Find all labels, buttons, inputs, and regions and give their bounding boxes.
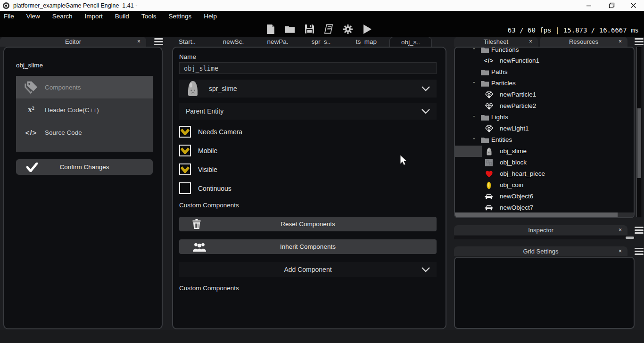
folder-icon: [481, 47, 489, 53]
custom-components-label-2: Custom Components: [179, 285, 239, 292]
resources-vertical-scrollbar[interactable]: [636, 47, 642, 217]
mobile-checkbox[interactable]: [179, 145, 191, 156]
visible-row: Visible: [179, 163, 217, 175]
collapse-dash-icon[interactable]: -: [473, 135, 475, 142]
object-editor-panel: Name obj_slime spr_slime Parent Entity: [172, 47, 446, 329]
checkmark-icon: [181, 166, 190, 173]
tree-folder-paths[interactable]: Paths: [455, 66, 634, 78]
settings-button[interactable]: [343, 24, 353, 34]
name-input[interactable]: obj_slime: [179, 62, 437, 74]
inspector-scrollbar-thumb[interactable]: [626, 237, 634, 239]
tree-folder-entities[interactable]: - Entities: [455, 134, 634, 146]
new-file-icon: [266, 24, 275, 34]
inherit-components-button[interactable]: Inherit Components: [179, 239, 437, 254]
inspector-scrollbar[interactable]: [454, 236, 635, 239]
confirm-changes-button[interactable]: Confirm Changes: [16, 159, 153, 175]
tree-folder-functions[interactable]: - Functions: [455, 47, 634, 56]
menu-help[interactable]: Help: [198, 12, 223, 21]
run-button[interactable]: [362, 24, 372, 34]
visible-checkbox[interactable]: [179, 163, 191, 175]
inspector-panel-tab[interactable]: Inspector ×: [454, 225, 627, 235]
editor-section-header-code[interactable]: x² Header Code(C++): [16, 98, 153, 121]
open-folder-button[interactable]: [285, 24, 295, 34]
save-button[interactable]: [304, 24, 314, 34]
chevron-down-icon: [421, 86, 430, 91]
tree-item-newparticle2[interactable]: newParticle2: [455, 100, 634, 112]
tab-ts-map[interactable]: ts_map: [345, 37, 388, 47]
inspector-menu-icon[interactable]: [635, 227, 644, 234]
sprite-dropdown[interactable]: spr_slime: [179, 80, 437, 98]
tab-start[interactable]: Start..: [166, 37, 208, 47]
resources-panel-tab[interactable]: Resources ×: [540, 37, 627, 47]
close-button[interactable]: [625, 0, 641, 11]
add-component-dropdown[interactable]: Add Component: [179, 262, 437, 277]
editor-section-components[interactable]: Components: [16, 76, 153, 98]
continuous-checkbox[interactable]: [179, 182, 191, 194]
hscrollbar-thumb[interactable]: [455, 212, 618, 217]
menu-import[interactable]: Import: [79, 12, 109, 21]
grid-settings-panel: [454, 257, 635, 329]
new-file-button[interactable]: [265, 24, 276, 34]
gem-icon: [485, 125, 493, 132]
editor-panel: obj_slime Components x² Header Code(C++)…: [3, 47, 163, 329]
restore-icon: [609, 2, 615, 8]
visible-label: Visible: [198, 166, 217, 173]
menu-file[interactable]: File: [0, 12, 20, 21]
tree-item-newobject6[interactable]: newObject6: [455, 191, 634, 202]
tab-newsc[interactable]: newSc.: [212, 37, 255, 47]
journal-button[interactable]: [323, 24, 334, 34]
coin-icon: [487, 181, 491, 189]
tree-item-newobject7[interactable]: newObject7: [455, 202, 634, 213]
inherit-components-label: Inherit Components: [280, 243, 336, 250]
inspector-close-icon[interactable]: ×: [619, 227, 622, 233]
menu-view[interactable]: View: [20, 12, 46, 21]
tree-item-newlight1[interactable]: newLight1: [455, 123, 634, 134]
menu-tools[interactable]: Tools: [135, 12, 163, 21]
car-icon: [485, 193, 493, 200]
tree-item-obj-heart-piece[interactable]: obj_heart_piece: [455, 168, 634, 180]
editor-section-source-code[interactable]: </> Source Code: [16, 121, 153, 144]
tree-folder-particles[interactable]: - Particles: [455, 78, 634, 89]
editor-panel-tab[interactable]: Editor ×: [0, 37, 146, 47]
menu-search[interactable]: Search: [46, 12, 79, 21]
tab-obj-s[interactable]: obj_s..: [389, 37, 432, 47]
needs-camera-checkbox[interactable]: [179, 126, 191, 138]
collapse-dash-icon[interactable]: -: [473, 47, 475, 52]
grid-settings-menu-icon[interactable]: [635, 248, 644, 255]
needs-camera-row: Needs Camera: [179, 126, 242, 138]
book-icon: [323, 24, 334, 34]
menu-build[interactable]: Build: [109, 12, 135, 21]
vscrollbar-thumb[interactable]: [637, 108, 641, 178]
tree-item-obj-slime[interactable]: obj_slime: [455, 146, 634, 157]
grid-settings-close-icon[interactable]: ×: [619, 248, 622, 254]
tree-item-newparticle1[interactable]: newParticle1: [455, 89, 634, 100]
heart-icon: [485, 170, 493, 178]
menu-settings[interactable]: Settings: [162, 12, 198, 21]
tree-item-obj-block[interactable]: obj_block: [455, 157, 634, 168]
collapse-dash-icon[interactable]: -: [473, 78, 475, 86]
tilesheet-close-icon[interactable]: ×: [529, 38, 532, 45]
tab-newpa[interactable]: newPa.: [256, 37, 299, 47]
mobile-label: Mobile: [198, 147, 217, 155]
resources-menu-icon[interactable]: [635, 38, 644, 45]
checkmark-icon: [181, 129, 190, 135]
tilesheet-panel-tab[interactable]: Tilesheet ×: [454, 37, 538, 47]
minimize-button[interactable]: [581, 0, 597, 11]
editor-close-icon[interactable]: ×: [137, 38, 140, 45]
restore-button[interactable]: [603, 0, 619, 11]
slime-icon: [486, 147, 493, 155]
app-icon: [2, 2, 10, 9]
collapse-dash-icon[interactable]: -: [473, 112, 475, 120]
tree-item-newfunction1[interactable]: </> newFunction1: [455, 55, 634, 66]
tab-spr-s[interactable]: spr_s..: [300, 37, 342, 47]
parent-entity-dropdown[interactable]: Parent Entity: [179, 103, 437, 120]
resources-close-icon[interactable]: ×: [619, 38, 622, 45]
editor-menu-icon[interactable]: [154, 38, 163, 45]
grid-settings-panel-tab[interactable]: Grid Settings ×: [454, 246, 627, 256]
tree-item-obj-coin[interactable]: obj_coin: [455, 180, 634, 191]
reset-components-button[interactable]: Reset Components: [179, 217, 437, 231]
editor-section-label: Components: [45, 84, 81, 91]
x-squared-icon: x²: [23, 105, 39, 114]
resources-horizontal-scrollbar[interactable]: [455, 212, 634, 217]
tree-folder-lights[interactable]: - Lights: [455, 112, 634, 123]
